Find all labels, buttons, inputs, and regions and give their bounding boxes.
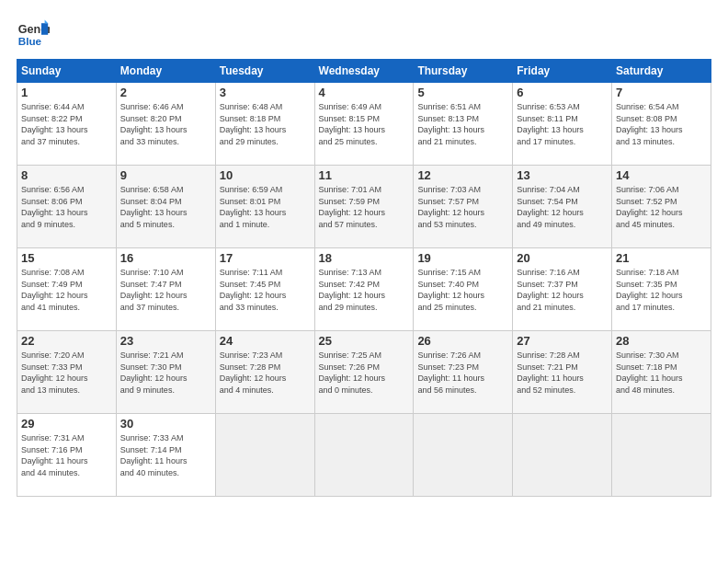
- header: General Blue: [17, 17, 711, 50]
- calendar-body: 1Sunrise: 6:44 AM Sunset: 8:22 PM Daylig…: [17, 83, 711, 497]
- day-number: 9: [120, 168, 211, 182]
- svg-marker-2: [41, 23, 48, 35]
- day-info: Sunrise: 7:20 AM Sunset: 7:33 PM Dayligh…: [21, 350, 112, 396]
- day-number: 29: [21, 417, 112, 431]
- day-cell: 23Sunrise: 7:21 AM Sunset: 7:30 PM Dayli…: [116, 331, 215, 414]
- day-info: Sunrise: 6:48 AM Sunset: 8:18 PM Dayligh…: [220, 101, 311, 147]
- day-cell: 14Sunrise: 7:06 AM Sunset: 7:52 PM Dayli…: [612, 166, 711, 248]
- day-info: Sunrise: 7:06 AM Sunset: 7:52 PM Dayligh…: [616, 184, 707, 230]
- day-cell: 21Sunrise: 7:18 AM Sunset: 7:35 PM Dayli…: [612, 248, 711, 331]
- day-number: 3: [220, 86, 311, 99]
- day-number: 23: [120, 334, 211, 348]
- day-number: 18: [319, 251, 410, 265]
- day-cell: 18Sunrise: 7:13 AM Sunset: 7:42 PM Dayli…: [314, 248, 414, 331]
- day-info: Sunrise: 6:59 AM Sunset: 8:01 PM Dayligh…: [220, 184, 311, 230]
- day-cell: 28Sunrise: 7:30 AM Sunset: 7:18 PM Dayli…: [612, 331, 711, 414]
- day-info: Sunrise: 7:25 AM Sunset: 7:26 PM Dayligh…: [319, 350, 410, 396]
- day-cell: 7Sunrise: 6:54 AM Sunset: 8:08 PM Daylig…: [612, 83, 711, 166]
- day-info: Sunrise: 6:46 AM Sunset: 8:20 PM Dayligh…: [120, 101, 211, 147]
- calendar-table: SundayMondayTuesdayWednesdayThursdayFrid…: [17, 59, 711, 497]
- day-number: 17: [220, 251, 311, 265]
- calendar-header: SundayMondayTuesdayWednesdayThursdayFrid…: [17, 60, 711, 83]
- weekday-thursday: Thursday: [414, 60, 513, 83]
- day-info: Sunrise: 7:21 AM Sunset: 7:30 PM Dayligh…: [120, 350, 211, 396]
- week-row-3: 15Sunrise: 7:08 AM Sunset: 7:49 PM Dayli…: [17, 248, 711, 331]
- day-info: Sunrise: 6:51 AM Sunset: 8:13 PM Dayligh…: [417, 101, 508, 147]
- day-cell: 2Sunrise: 6:46 AM Sunset: 8:20 PM Daylig…: [116, 83, 215, 166]
- day-info: Sunrise: 7:15 AM Sunset: 7:40 PM Dayligh…: [417, 267, 508, 313]
- day-cell: 15Sunrise: 7:08 AM Sunset: 7:49 PM Dayli…: [17, 248, 117, 331]
- day-cell: 16Sunrise: 7:10 AM Sunset: 7:47 PM Dayli…: [116, 248, 215, 331]
- day-info: Sunrise: 7:33 AM Sunset: 7:14 PM Dayligh…: [120, 432, 211, 478]
- day-number: 16: [120, 251, 211, 265]
- day-number: 13: [517, 168, 608, 182]
- day-info: Sunrise: 6:44 AM Sunset: 8:22 PM Dayligh…: [21, 101, 112, 147]
- day-number: 30: [120, 417, 211, 431]
- day-info: Sunrise: 7:08 AM Sunset: 7:49 PM Dayligh…: [21, 267, 112, 313]
- day-info: Sunrise: 7:11 AM Sunset: 7:45 PM Dayligh…: [220, 267, 311, 313]
- weekday-tuesday: Tuesday: [215, 60, 314, 83]
- day-number: 14: [616, 168, 707, 182]
- day-number: 8: [21, 168, 112, 182]
- day-cell: 19Sunrise: 7:15 AM Sunset: 7:40 PM Dayli…: [414, 248, 513, 331]
- day-info: Sunrise: 7:16 AM Sunset: 7:37 PM Dayligh…: [517, 267, 608, 313]
- day-cell: 5Sunrise: 6:51 AM Sunset: 8:13 PM Daylig…: [414, 83, 513, 166]
- day-cell: 11Sunrise: 7:01 AM Sunset: 7:59 PM Dayli…: [314, 166, 414, 248]
- day-cell: 3Sunrise: 6:48 AM Sunset: 8:18 PM Daylig…: [215, 83, 314, 166]
- day-cell: 29Sunrise: 7:31 AM Sunset: 7:16 PM Dayli…: [17, 414, 117, 497]
- day-cell: 26Sunrise: 7:26 AM Sunset: 7:23 PM Dayli…: [414, 331, 513, 414]
- day-info: Sunrise: 7:23 AM Sunset: 7:28 PM Dayligh…: [220, 350, 311, 396]
- weekday-saturday: Saturday: [612, 60, 711, 83]
- week-row-1: 1Sunrise: 6:44 AM Sunset: 8:22 PM Daylig…: [17, 83, 711, 166]
- day-number: 22: [21, 334, 112, 348]
- day-cell: 17Sunrise: 7:11 AM Sunset: 7:45 PM Dayli…: [215, 248, 314, 331]
- day-info: Sunrise: 7:13 AM Sunset: 7:42 PM Dayligh…: [319, 267, 410, 313]
- day-number: 2: [120, 86, 211, 99]
- day-info: Sunrise: 7:31 AM Sunset: 7:16 PM Dayligh…: [21, 432, 112, 478]
- day-info: Sunrise: 6:56 AM Sunset: 8:06 PM Dayligh…: [21, 184, 112, 230]
- day-number: 4: [319, 86, 410, 99]
- day-cell: 1Sunrise: 6:44 AM Sunset: 8:22 PM Daylig…: [17, 83, 117, 166]
- day-info: Sunrise: 7:18 AM Sunset: 7:35 PM Dayligh…: [616, 267, 707, 313]
- day-number: 27: [517, 334, 608, 348]
- day-info: Sunrise: 6:54 AM Sunset: 8:08 PM Dayligh…: [616, 101, 707, 147]
- day-cell: 20Sunrise: 7:16 AM Sunset: 7:37 PM Dayli…: [513, 248, 612, 331]
- weekday-sunday: Sunday: [17, 60, 117, 83]
- day-cell: 8Sunrise: 6:56 AM Sunset: 8:06 PM Daylig…: [17, 166, 117, 248]
- day-cell: [215, 414, 314, 497]
- day-number: 24: [220, 334, 311, 348]
- page: General Blue SundayMondayTuesdayWednesda…: [0, 0, 728, 563]
- week-row-5: 29Sunrise: 7:31 AM Sunset: 7:16 PM Dayli…: [17, 414, 711, 497]
- day-cell: 12Sunrise: 7:03 AM Sunset: 7:57 PM Dayli…: [414, 166, 513, 248]
- logo-icon: General Blue: [17, 17, 50, 50]
- weekday-friday: Friday: [513, 60, 612, 83]
- day-number: 28: [616, 334, 707, 348]
- day-number: 19: [417, 251, 508, 265]
- day-number: 15: [21, 251, 112, 265]
- day-number: 1: [21, 86, 112, 99]
- weekday-monday: Monday: [116, 60, 215, 83]
- day-info: Sunrise: 7:30 AM Sunset: 7:18 PM Dayligh…: [616, 350, 707, 396]
- day-info: Sunrise: 7:04 AM Sunset: 7:54 PM Dayligh…: [517, 184, 608, 230]
- day-number: 25: [319, 334, 410, 348]
- day-number: 26: [417, 334, 508, 348]
- day-info: Sunrise: 7:10 AM Sunset: 7:47 PM Dayligh…: [120, 267, 211, 313]
- day-cell: 9Sunrise: 6:58 AM Sunset: 8:04 PM Daylig…: [116, 166, 215, 248]
- day-cell: 27Sunrise: 7:28 AM Sunset: 7:21 PM Dayli…: [513, 331, 612, 414]
- day-info: Sunrise: 6:58 AM Sunset: 8:04 PM Dayligh…: [120, 184, 211, 230]
- day-cell: 6Sunrise: 6:53 AM Sunset: 8:11 PM Daylig…: [513, 83, 612, 166]
- day-number: 20: [517, 251, 608, 265]
- day-number: 11: [319, 168, 410, 182]
- day-cell: [314, 414, 414, 497]
- day-cell: 30Sunrise: 7:33 AM Sunset: 7:14 PM Dayli…: [116, 414, 215, 497]
- day-number: 21: [616, 251, 707, 265]
- day-info: Sunrise: 7:01 AM Sunset: 7:59 PM Dayligh…: [319, 184, 410, 230]
- day-number: 5: [417, 86, 508, 99]
- day-cell: 10Sunrise: 6:59 AM Sunset: 8:01 PM Dayli…: [215, 166, 314, 248]
- weekday-wednesday: Wednesday: [314, 60, 414, 83]
- day-info: Sunrise: 6:53 AM Sunset: 8:11 PM Dayligh…: [517, 101, 608, 147]
- day-cell: [414, 414, 513, 497]
- logo: General Blue: [17, 17, 53, 50]
- day-cell: 22Sunrise: 7:20 AM Sunset: 7:33 PM Dayli…: [17, 331, 117, 414]
- day-number: 6: [517, 86, 608, 99]
